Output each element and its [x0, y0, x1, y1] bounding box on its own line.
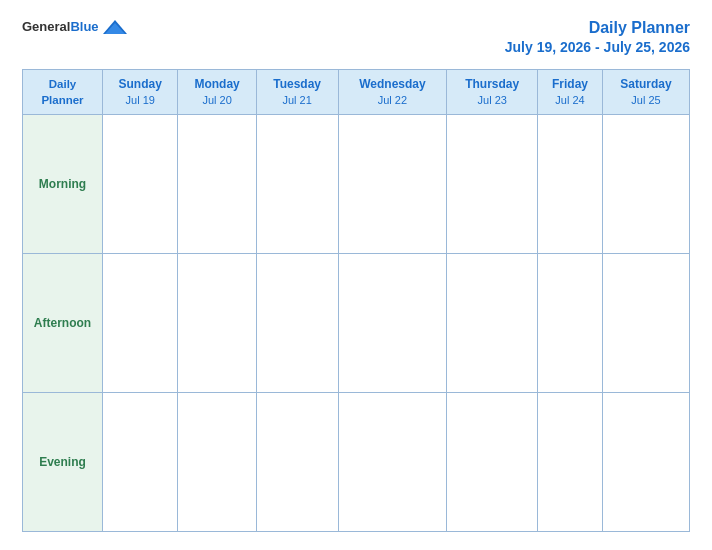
logo-blue-text: Blue [70, 19, 98, 34]
header-label: DailyPlanner [27, 76, 98, 108]
evening-label: Evening [23, 392, 103, 531]
logo-text: GeneralBlue [22, 20, 99, 34]
morning-row: Morning [23, 114, 690, 253]
morning-saturday[interactable] [602, 114, 689, 253]
day-name-monday: Monday [182, 76, 251, 93]
evening-saturday[interactable] [602, 392, 689, 531]
evening-tuesday[interactable] [256, 392, 338, 531]
col-header-wednesday: Wednesday Jul 22 [338, 69, 447, 114]
day-date-thursday: Jul 23 [451, 93, 533, 108]
col-header-friday: Friday Jul 24 [538, 69, 603, 114]
planner-title: Daily Planner [505, 18, 690, 39]
day-date-sunday: Jul 19 [107, 93, 173, 108]
morning-sunday[interactable] [103, 114, 178, 253]
header: GeneralBlue Daily Planner July 19, 2026 … [22, 18, 690, 55]
col-header-monday: Monday Jul 20 [178, 69, 256, 114]
afternoon-wednesday[interactable] [338, 253, 447, 392]
day-name-tuesday: Tuesday [261, 76, 334, 93]
afternoon-thursday[interactable] [447, 253, 538, 392]
evening-thursday[interactable] [447, 392, 538, 531]
header-label-cell: DailyPlanner [23, 69, 103, 114]
calendar-table: DailyPlanner Sunday Jul 19 Monday Jul 20… [22, 69, 690, 532]
morning-monday[interactable] [178, 114, 256, 253]
day-name-thursday: Thursday [451, 76, 533, 93]
morning-thursday[interactable] [447, 114, 538, 253]
afternoon-saturday[interactable] [602, 253, 689, 392]
day-name-saturday: Saturday [607, 76, 685, 93]
morning-wednesday[interactable] [338, 114, 447, 253]
logo-row: GeneralBlue [22, 18, 129, 36]
afternoon-friday[interactable] [538, 253, 603, 392]
logo-general: General [22, 19, 70, 34]
day-date-saturday: Jul 25 [607, 93, 685, 108]
afternoon-monday[interactable] [178, 253, 256, 392]
evening-monday[interactable] [178, 392, 256, 531]
header-row: DailyPlanner Sunday Jul 19 Monday Jul 20… [23, 69, 690, 114]
day-date-tuesday: Jul 21 [261, 93, 334, 108]
logo-area: GeneralBlue [22, 18, 129, 36]
planner-date-range: July 19, 2026 - July 25, 2026 [505, 39, 690, 55]
morning-label: Morning [23, 114, 103, 253]
col-header-saturday: Saturday Jul 25 [602, 69, 689, 114]
afternoon-label: Afternoon [23, 253, 103, 392]
evening-sunday[interactable] [103, 392, 178, 531]
afternoon-row: Afternoon [23, 253, 690, 392]
afternoon-sunday[interactable] [103, 253, 178, 392]
title-area: Daily Planner July 19, 2026 - July 25, 2… [505, 18, 690, 55]
evening-friday[interactable] [538, 392, 603, 531]
evening-row: Evening [23, 392, 690, 531]
col-header-sunday: Sunday Jul 19 [103, 69, 178, 114]
morning-friday[interactable] [538, 114, 603, 253]
morning-tuesday[interactable] [256, 114, 338, 253]
evening-wednesday[interactable] [338, 392, 447, 531]
page: GeneralBlue Daily Planner July 19, 2026 … [0, 0, 712, 550]
day-date-monday: Jul 20 [182, 93, 251, 108]
col-header-tuesday: Tuesday Jul 21 [256, 69, 338, 114]
col-header-thursday: Thursday Jul 23 [447, 69, 538, 114]
logo-icon [101, 18, 129, 36]
day-name-sunday: Sunday [107, 76, 173, 93]
day-name-wednesday: Wednesday [343, 76, 443, 93]
day-date-friday: Jul 24 [542, 93, 598, 108]
day-name-friday: Friday [542, 76, 598, 93]
afternoon-tuesday[interactable] [256, 253, 338, 392]
day-date-wednesday: Jul 22 [343, 93, 443, 108]
